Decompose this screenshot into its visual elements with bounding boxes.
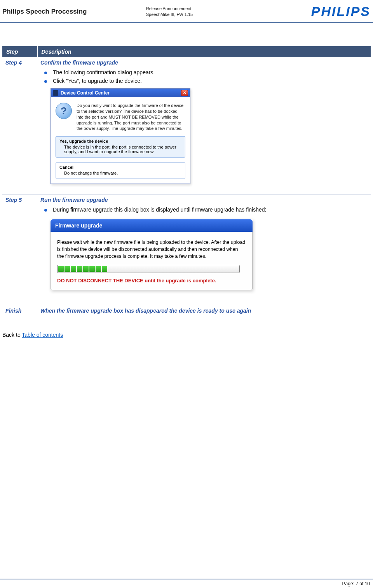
option-cancel[interactable]: Cancel Do not change the firmware. — [56, 162, 185, 179]
page-number: Page: 7 of 10 — [342, 581, 370, 586]
step4-bullet1: The following confirmation dialog appear… — [51, 68, 368, 77]
header-logo: PHILIPS — [311, 4, 371, 19]
confirm-dialog-title: Device Control Center — [61, 90, 110, 96]
step5-bullet1: During firmware upgrade this dialog box … — [51, 205, 368, 214]
step4-bullet2: Click "Yes", to upgrade to the device. — [51, 77, 368, 85]
confirm-dialog: Device Control Center ✕ ? Do you really … — [51, 88, 190, 184]
philips-logo-text: PHILIPS — [311, 4, 371, 19]
table-row-step5: Step 5 Run the firmware upgrade During f… — [2, 194, 371, 305]
back-to-toc-text: Back to — [2, 332, 22, 338]
option-cancel-title: Cancel — [59, 165, 181, 170]
option-cancel-text: Do not change the firmware. — [59, 171, 181, 175]
back-to-toc: Back to Table of contents — [2, 332, 371, 338]
step5-label: Step 5 — [2, 194, 37, 305]
progress-dialog: Firmware upgrade Please wait while the n… — [51, 219, 253, 290]
page-footer: Page: 7 of 10 — [0, 579, 373, 588]
table-row-finish: Finish When the firmware upgrade box has… — [2, 305, 371, 321]
table-row-step4: Step 4 Confirm the firmware upgrade The … — [2, 57, 371, 194]
question-icon: ? — [56, 103, 72, 119]
progress-dialog-text: Please wait while the new firmware file … — [57, 239, 246, 260]
header-center: Release Announcement SpeechMike III, FW … — [146, 6, 311, 18]
option-yes-title: Yes, upgrade the device — [59, 139, 181, 144]
header-center-line1: Release Announcement — [146, 6, 311, 12]
option-yes-upgrade[interactable]: Yes, upgrade the device The device is in… — [56, 136, 185, 158]
option-yes-text: The device is in the port, the port is c… — [59, 145, 181, 154]
col-step-header: Step — [2, 46, 37, 57]
progress-bar — [57, 265, 240, 273]
header-center-line2: SpeechMike III, FW 1.15 — [146, 12, 311, 18]
app-icon — [53, 90, 58, 96]
header-left-title: Philips Speech Processing — [2, 8, 146, 16]
confirm-dialog-question: Do you really want to upgrade the firmwa… — [77, 103, 185, 131]
progress-dialog-title: Firmware upgrade — [51, 219, 253, 232]
finish-label: Finish — [2, 305, 37, 321]
step4-title: Confirm the firmware upgrade — [40, 60, 368, 66]
confirm-dialog-titlebar: Device Control Center ✕ — [51, 89, 190, 97]
steps-table: Step Description Step 4 Confirm the firm… — [2, 46, 371, 321]
progress-dialog-warning: DO NOT DISCONNECT THE DEVICE until the u… — [57, 278, 246, 284]
close-icon[interactable]: ✕ — [181, 90, 188, 96]
finish-text: When the firmware upgrade box has disapp… — [40, 308, 251, 314]
table-of-contents-link[interactable]: Table of contents — [22, 332, 63, 338]
step5-title: Run the firmware upgrade — [40, 197, 368, 203]
col-desc-header: Description — [37, 46, 371, 57]
document-header: Philips Speech Processing Release Announ… — [0, 0, 373, 23]
step4-label: Step 4 — [2, 57, 37, 194]
steps-header-row: Step Description — [2, 46, 371, 57]
